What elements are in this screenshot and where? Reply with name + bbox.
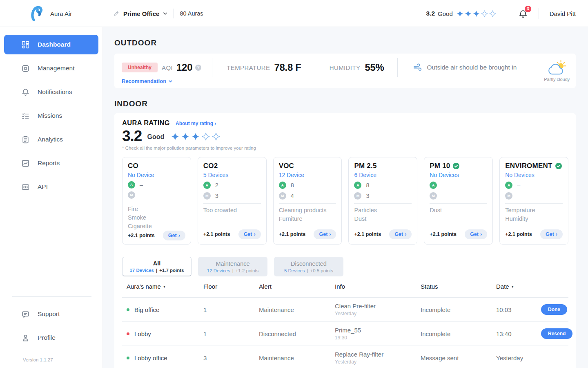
sidebar-item-dashboard[interactable]: Dashboard (4, 35, 98, 54)
alert-cell: Maintenance (259, 306, 335, 313)
manual-badge: M (279, 192, 286, 200)
devices-link[interactable]: 5 Devices (203, 172, 261, 178)
sidebar-item-profile[interactable]: Profile (4, 328, 98, 348)
source-item: Cleaning products (279, 206, 336, 215)
clipboard-icon (21, 135, 30, 144)
aqi-help-icon[interactable]: ? (195, 65, 201, 71)
auto-value: 2 (215, 182, 218, 188)
chevron-right-icon: › (556, 231, 557, 237)
location-picker[interactable]: Prime Office 80 Auras (114, 0, 203, 27)
column-label: Aura’s name (127, 283, 161, 290)
info-sub: 19:30 (335, 335, 421, 341)
recommendation-label[interactable]: Recommendation (122, 78, 166, 84)
sidebar-item-management[interactable]: Management (4, 58, 98, 78)
recommendation-link[interactable]: Recommendation (122, 78, 172, 84)
sidebar-item-reports[interactable]: Reports (4, 153, 98, 173)
chevron-down-icon[interactable] (163, 12, 167, 15)
tab-disconnected[interactable]: Disconnected 5 Devices | +0.5 points (274, 257, 343, 276)
get-button[interactable]: Get › (540, 229, 563, 239)
wind-icon (413, 63, 423, 72)
sidebar-item-label: Support (38, 310, 60, 318)
about-my-rating-link[interactable]: About my rating › (176, 121, 216, 126)
points-label: +2.1 points (505, 231, 532, 237)
get-label: Get (168, 233, 177, 238)
sidebar-item-notifications[interactable]: Notifications (4, 82, 98, 102)
tab-all[interactable]: All 17 Devices | +1.7 points (122, 257, 192, 276)
checklist-icon (21, 112, 30, 120)
date-cell: 13:40 (496, 330, 541, 337)
manual-badge: M (128, 191, 135, 199)
chevron-right-icon: › (214, 121, 216, 126)
devices-link[interactable]: 12 Device (279, 172, 336, 178)
brand: Aura Air (31, 0, 72, 27)
info-main: Clean Pre-filter (335, 303, 421, 310)
star-icon (171, 132, 179, 141)
resend-button[interactable]: Resend (541, 328, 572, 339)
get-button[interactable]: Get › (389, 229, 412, 239)
source-item: Dust (430, 206, 487, 215)
sidebar-item-api[interactable]: API (4, 177, 98, 197)
pollutant-title: PM 10 (430, 162, 450, 170)
points-label: +2.1 points (430, 231, 457, 237)
pollutant-sources: Dust (430, 206, 487, 215)
column-header-date[interactable]: Date ▾ (496, 283, 541, 290)
devices-link[interactable]: 6 Device (354, 172, 412, 178)
get-button[interactable]: Get › (314, 229, 336, 239)
devices-link[interactable]: No Devices (430, 172, 487, 178)
tab-maintenance[interactable]: Maintenance 12 Devices | +1.2 points (198, 257, 267, 276)
divider (315, 58, 315, 77)
get-label: Get (546, 231, 554, 237)
get-button[interactable]: Get › (163, 231, 185, 240)
sidebar-item-support[interactable]: Support (4, 304, 98, 324)
app-name: Aura Air (50, 10, 72, 17)
outdoor-section-title: OUTDOOR (114, 38, 157, 47)
source-item: Temprature (505, 206, 563, 215)
sidebar-item-missions[interactable]: Missions (4, 106, 98, 126)
column-header-status: Status (421, 283, 496, 290)
manual-value: 3 (215, 193, 218, 199)
tab-label: All (153, 260, 161, 267)
status-dot (127, 332, 129, 335)
user-name[interactable]: David Pitt (550, 10, 576, 17)
indoor-rating-label: Good (147, 133, 164, 141)
devices-link[interactable]: No Device (128, 172, 185, 178)
sidebar-item-label: Missions (38, 112, 62, 119)
edit-pencil-icon[interactable] (114, 11, 119, 16)
sidebar-item-label: API (38, 183, 48, 191)
sidebar-item-analytics[interactable]: Analytics (4, 130, 98, 149)
about-link-label[interactable]: About my rating (176, 121, 213, 126)
indoor-rating-stars (171, 132, 220, 141)
divider (212, 58, 212, 77)
aqi-status-badge: Unhealthy (122, 63, 158, 72)
source-item: Smoke (128, 213, 185, 222)
sidebar-nav: Dashboard Management Notifications (0, 27, 102, 197)
get-button[interactable]: Get › (465, 229, 487, 239)
manual-value: 4 (291, 193, 294, 199)
auto-badge: A (430, 182, 437, 189)
info-sub: Yesterday (335, 311, 421, 316)
star-icon (212, 132, 220, 141)
app-version: Version 1.1.27 (0, 352, 102, 362)
manual-badge: M (203, 192, 211, 200)
devices-link[interactable]: No Devices (505, 172, 563, 178)
sidebar-item-label: Reports (38, 159, 60, 167)
chevron-right-icon: › (405, 231, 406, 237)
location-name[interactable]: Prime Office (123, 10, 159, 17)
auto-badge: A (203, 182, 211, 189)
chevron-right-icon: › (480, 231, 482, 237)
temperature-label: TEMPRATURE (227, 64, 270, 71)
partly-cloudy-icon (547, 59, 567, 76)
separator: | (156, 268, 157, 273)
outdoor-metrics-row: Unhealthy AQI 120 ? TEMPRATURE 78.8 F HU… (122, 57, 576, 78)
divider (539, 8, 539, 19)
star-icon (473, 10, 480, 17)
done-button[interactable]: Done (541, 304, 567, 315)
column-header-name[interactable]: Aura’s name ▾ (122, 283, 203, 290)
info-cell: Clean Pre-filter Yesterday (335, 303, 421, 316)
floor-cell: 3 (203, 355, 259, 361)
notifications-bell-button[interactable]: 3 (518, 9, 528, 19)
pollutant-title: VOC (279, 162, 294, 170)
status-dot (127, 308, 129, 311)
get-button[interactable]: Get › (238, 229, 261, 239)
aura-rating-header: AURA RATING About my rating › (122, 119, 568, 127)
